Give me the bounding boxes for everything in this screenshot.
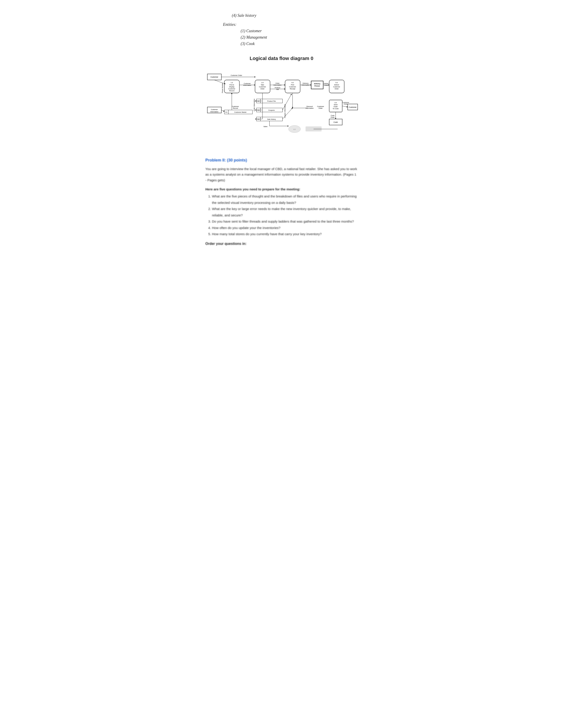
- delivery-person-label-2: Person: [315, 85, 320, 87]
- coupon-info-label: Coupon Information: [284, 104, 286, 118]
- deliver-order-label-2: Order: [324, 84, 328, 86]
- product-file-label-2: File: [276, 88, 279, 90]
- customer-info-entity-label-2: Information: [210, 111, 218, 113]
- order-info-label-2: Information: [273, 84, 282, 86]
- process-4-label-4: Receipt: [290, 88, 296, 90]
- process-1-label-3: Display: [229, 86, 234, 88]
- d4-right-label: Sale History: [267, 118, 276, 120]
- process-6-label: 6.0: [294, 129, 296, 131]
- process-1-label-4: Customer: [228, 88, 235, 90]
- process-4-label-3: Customer: [289, 86, 296, 88]
- problem-question: Here are five questions you need to prep…: [205, 187, 358, 191]
- problem-footer: Order your questions in:: [205, 242, 358, 246]
- sale-history-text: (4) Sale history: [232, 13, 358, 18]
- diagram-container: Customer Customer Order Phone Number 1.0…: [205, 68, 358, 149]
- cust-info-to-d1-arrow: [221, 110, 224, 111]
- process-4-label-2: Print: [291, 84, 294, 86]
- cook-label: Cook: [334, 121, 338, 123]
- phone-number-arrow: [214, 80, 225, 84]
- cook-order-label-2: Order: [331, 116, 335, 118]
- process-5-label-2: Deliver: [334, 84, 339, 86]
- process-3-label-4: To Cook: [333, 108, 339, 110]
- entities-section: Entities: (1) Customer (2) Management (3…: [205, 22, 358, 47]
- d1-left-label: D1: [225, 111, 227, 113]
- discount-info-label-2: Information: [306, 107, 314, 109]
- process-1-label-2: Find &: [229, 84, 234, 86]
- sales-label: Sales: [263, 126, 267, 128]
- problem-list: What are the five pieces of thought and …: [212, 193, 358, 237]
- problem-list-item-5: How many total stores do you currently h…: [212, 231, 358, 237]
- customer-record-label-2: Record: [233, 107, 238, 109]
- process-5-label-3: Customer: [333, 86, 340, 88]
- entity-2: (2) Management: [241, 34, 358, 41]
- process-2-label-3: Customer: [259, 86, 266, 88]
- process-5-label-1: 5.0: [336, 82, 338, 84]
- problem-list-item-3: Do you have sent to filter threads and s…: [212, 218, 358, 225]
- customer-order-label-top: Customer Order: [231, 75, 242, 77]
- customer-order-arrow-right: [342, 106, 348, 107]
- data-flow-diagram: Customer Customer Order Phone Number 1.0…: [205, 68, 358, 148]
- d3-left-label: D3: [257, 109, 259, 111]
- entities-label: Entities:: [223, 22, 358, 27]
- d2-right-label: Product File: [267, 100, 276, 102]
- order-info-vertical-label: Order Information: [253, 99, 255, 111]
- process-1-label-5: Record: [229, 90, 234, 92]
- entities-list: (1) Customer (2) Management (3) Cook: [241, 28, 358, 47]
- problem-list-item-2: What are the key or large error needs to…: [212, 206, 358, 218]
- cust-order-mid-label-2: Order: [319, 107, 323, 109]
- diagram-title: Logical data flow diagram 0: [205, 56, 358, 61]
- process-5-label-4: Order: [335, 88, 339, 90]
- phone-number-label: Phone Number: [222, 83, 223, 93]
- process-2-label-2: Take: [261, 84, 264, 86]
- cust-info-label-1-2b: Information: [243, 84, 251, 86]
- process-3-label-3: Order: [334, 106, 338, 108]
- d2-left-label: D2: [257, 100, 259, 102]
- d4-left-label: D4: [257, 118, 259, 120]
- delivery-person-label-1: Delivery: [314, 83, 320, 85]
- customer-order-right-label-2: Order: [344, 103, 348, 105]
- process-4-label-1: 4.0: [292, 82, 294, 84]
- process-2-label-1: 2.0: [261, 82, 263, 84]
- customer-info-entity-label-1: Customer: [211, 109, 218, 111]
- process-3-label-2: Send: [334, 104, 338, 106]
- customer-entity-right-label: Customer: [349, 106, 357, 108]
- problem-list-item-1: What are the five pieces of thought and …: [212, 193, 358, 206]
- problem-list-item-4: How often do you update your the invento…: [212, 225, 358, 231]
- problem-body: You are going to interview the local man…: [205, 166, 358, 183]
- process-3-label-1: 3.0: [335, 102, 337, 104]
- process-1-label-1: 1.0: [231, 82, 233, 84]
- entity-3: (3) Cook: [241, 41, 358, 47]
- problem-header: Problem II: (30 points): [205, 158, 358, 163]
- coupons-to-process4-arrow: [283, 94, 292, 110]
- d1-right-label: Customer Master: [234, 111, 246, 113]
- delivery-info-label-2: Information: [302, 84, 310, 86]
- entity-1: (1) Customer: [241, 28, 358, 34]
- customer-entity-top-label: Customer: [210, 76, 218, 78]
- process-2-label-4: Order: [260, 88, 264, 90]
- d3-right-label: Coupons: [268, 109, 274, 111]
